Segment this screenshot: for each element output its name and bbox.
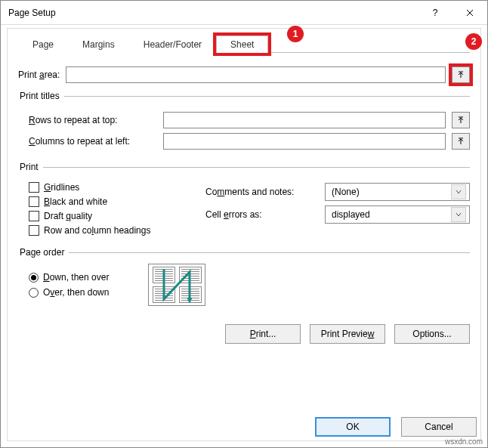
print-area-input[interactable] [66,66,446,83]
rows-repeat-label: Rows to repeat at top: [29,115,157,125]
tab-margins[interactable]: Margins [68,36,129,53]
draft-label: Draft quality [44,211,92,221]
collapse-icon [457,71,465,79]
cols-repeat-collapse-button[interactable] [452,133,470,150]
page-order-group: Page order Down, then over Over, then do… [18,247,470,306]
cols-repeat-input[interactable] [163,133,446,150]
comments-select[interactable]: (None) [325,183,470,201]
callout-2: 2 [465,33,482,50]
chevron-down-icon [451,207,466,222]
watermark: wsxdn.com [445,437,483,446]
down-then-over-label: Down, then over [43,272,109,283]
page-order-preview [148,264,205,306]
print-button[interactable]: Print... [225,324,301,344]
rows-repeat-input[interactable] [163,112,446,128]
cancel-button[interactable]: Cancel [401,417,477,437]
print-titles-legend: Print titles [18,91,64,101]
comments-label: Comments and notes: [205,187,319,197]
row-col-headings-label: Row and column headings [44,225,150,236]
print-area-label: Print area: [18,70,60,80]
print-titles-group: Print titles Rows to repeat at top: Colu… [18,91,470,154]
options-button[interactable]: Options... [394,324,470,344]
ok-button[interactable]: OK [315,417,391,437]
row-col-headings-checkbox[interactable] [29,225,39,236]
over-then-down-radio[interactable] [29,288,39,298]
action-row: Print... Print Preview Options... [18,324,470,344]
tab-bar: Page Margins Header/Footer Sheet 1 2 [18,33,470,53]
chevron-down-icon [451,184,466,199]
page-order-legend: Page order [18,247,69,258]
rows-repeat-collapse-button[interactable] [452,112,470,128]
print-group: Print Gridlines Black and white Draft qu… [18,162,470,239]
print-legend: Print [18,162,43,172]
black-white-checkbox[interactable] [29,196,39,207]
cols-repeat-label: Columns to repeat at left: [29,136,157,147]
tab-header-footer[interactable]: Header/Footer [129,36,216,53]
comments-value: (None) [332,187,360,197]
black-white-label: Black and white [44,196,107,207]
cell-errors-label: Cell errors as: [205,209,319,220]
print-area-collapse-button[interactable] [452,66,470,83]
tab-page[interactable]: Page [18,36,68,53]
over-then-down-label: Over, then down [43,287,109,298]
dialog-window: Page Setup ? Page Margins Header/Footer … [0,0,488,448]
callout-1: 1 [287,26,304,42]
dialog-body: Page Margins Header/Footer Sheet 1 2 Pri… [7,28,481,441]
close-button[interactable] [452,1,487,24]
draft-checkbox[interactable] [29,211,39,221]
titlebar: Page Setup ? [1,1,487,25]
cell-errors-select[interactable]: displayed [325,205,470,224]
gridlines-checkbox[interactable] [29,182,39,193]
collapse-icon [457,137,465,145]
cell-errors-value: displayed [332,209,370,220]
down-then-over-radio[interactable] [29,273,39,283]
gridlines-label: Gridlines [44,182,79,193]
dialog-footer: OK Cancel [315,417,477,437]
help-button[interactable]: ? [418,1,452,24]
collapse-icon [457,116,465,124]
print-preview-button[interactable]: Print Preview [310,324,385,344]
tab-sheet[interactable]: Sheet [216,36,268,53]
window-title: Page Setup [8,8,418,18]
